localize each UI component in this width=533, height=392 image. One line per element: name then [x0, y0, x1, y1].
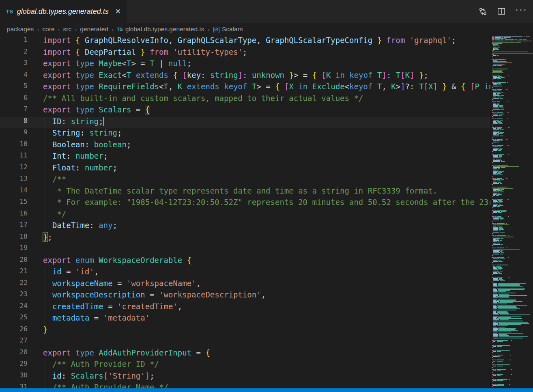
line-number: 21	[0, 267, 28, 275]
line-number: 19	[0, 244, 28, 252]
line-number: 8	[0, 117, 28, 125]
breadcrumb: packages›core›src›generated›TSglobal.db.…	[0, 23, 533, 36]
code-line[interactable]: 21 id = 'id',	[0, 267, 491, 279]
code-line[interactable]: 11 Int: number;	[0, 151, 491, 163]
code-line[interactable]: 25 metadata = 'metadata'	[0, 313, 491, 325]
code-line[interactable]: 12 Float: number;	[0, 163, 491, 175]
line-number: 27	[0, 336, 28, 344]
text-cursor	[103, 117, 104, 126]
code-line[interactable]: 15 * For example: "1985-04-12T23:20:50.5…	[0, 198, 491, 209]
line-number: 6	[0, 94, 28, 101]
code-line[interactable]: 31 /** Auth Provider Name */	[0, 383, 491, 388]
code-text: metadata = 'metadata'	[43, 313, 150, 322]
code-line[interactable]: 5export type RequireFields<T, K extends …	[0, 82, 491, 94]
code-text: id = 'id',	[43, 267, 99, 276]
code-text: /** Auth Provider ID */	[43, 360, 159, 368]
line-number: 29	[0, 360, 28, 367]
line-number: 1	[0, 36, 28, 43]
editor-actions: ···	[478, 0, 527, 23]
line-number: 2	[0, 47, 28, 55]
ts-file-icon: TS	[6, 9, 13, 15]
close-icon[interactable]: ✕	[115, 8, 121, 15]
code-line[interactable]: 8 ID: string;	[0, 117, 491, 129]
code-line[interactable]: 7export type Scalars = {	[0, 105, 491, 117]
line-number: 25	[0, 313, 28, 321]
code-line[interactable]: 24 createdTime = 'createdTime',	[0, 302, 491, 314]
code-line[interactable]: 23 workspaceDescription = 'workspaceDesc…	[0, 290, 491, 302]
line-number: 11	[0, 151, 28, 159]
breadcrumb-item-core[interactable]: core	[42, 26, 54, 33]
tab-global-db-types-generated-ts[interactable]: TS global.db.types.generated.ts ✕	[0, 0, 127, 23]
code-text: export type Maybe<T> = T | null;	[43, 59, 191, 68]
code-line[interactable]: 18};	[0, 233, 491, 244]
minimap[interactable]	[490, 36, 533, 388]
code-text: /**	[43, 174, 66, 183]
breadcrumb-item-generated[interactable]: generated	[80, 26, 108, 33]
code-line[interactable]: 10 Boolean: boolean;	[0, 140, 491, 152]
code-text: DateTime: any;	[43, 221, 117, 230]
breadcrumb-item-global-db-types-generated-ts[interactable]: TSglobal.db.types.generated.ts	[117, 26, 204, 33]
code-line[interactable]: 17 DateTime: any;	[0, 221, 491, 233]
line-number: 17	[0, 221, 28, 228]
code-line[interactable]: 4export type Exact<T extends { [key: str…	[0, 71, 491, 82]
code-text: createdTime = 'createdTime',	[43, 302, 182, 311]
line-number: 3	[0, 59, 28, 67]
breadcrumb-item-src[interactable]: src	[63, 26, 72, 33]
code-text: export type AddAuthProviderInput = {	[43, 348, 210, 357]
code-text: Int: number;	[43, 151, 108, 160]
code-text: ID: string;	[43, 117, 104, 127]
code-line[interactable]: 1import { GraphQLResolveInfo, GraphQLSca…	[0, 36, 491, 47]
code-text: */	[43, 209, 66, 218]
code-text: String: string;	[43, 128, 122, 137]
line-number: 5	[0, 82, 28, 90]
code-text: }	[43, 325, 47, 334]
code-text: import { DeepPartial } from 'utility-typ…	[43, 47, 247, 56]
tab-label: global.db.types.generated.ts	[17, 7, 109, 16]
code-line[interactable]: 28export type AddAuthProviderInput = {	[0, 348, 491, 360]
code-line[interactable]: 16 */	[0, 209, 491, 221]
code-line[interactable]: 29 /** Auth Provider ID */	[0, 360, 491, 371]
code-text: * The DateTime scalar type represents da…	[43, 186, 437, 195]
code-text: /** All built-in and custom scalars, map…	[43, 94, 363, 103]
symbol-type-icon: [⊘]	[213, 26, 219, 32]
code-editor[interactable]: 1import { GraphQLResolveInfo, GraphQLSca…	[0, 36, 491, 388]
code-text: import { GraphQLResolveInfo, GraphQLScal…	[43, 36, 456, 45]
line-number: 14	[0, 186, 28, 194]
code-line[interactable]: 6/** All built-in and custom scalars, ma…	[0, 94, 491, 106]
code-line[interactable]: 9 String: string;	[0, 128, 491, 140]
status-bar	[0, 388, 533, 392]
code-line[interactable]: 14 * The DateTime scalar type represents…	[0, 186, 491, 198]
breadcrumb-chevron-icon: ›	[207, 26, 209, 33]
code-text: * For example: "1985-04-12T23:20:50.52Z"…	[43, 198, 491, 207]
ts-file-icon: TS	[117, 27, 123, 32]
code-line[interactable]: 30 id: Scalars['String'];	[0, 371, 491, 383]
code-text: workspaceName = 'workspaceName',	[43, 279, 201, 288]
code-text: };	[43, 233, 52, 241]
code-line[interactable]: 26}	[0, 325, 491, 337]
line-number: 23	[0, 290, 28, 298]
line-number: 9	[0, 128, 28, 136]
code-line[interactable]: 19	[0, 244, 491, 256]
line-number: 20	[0, 256, 28, 263]
breadcrumb-chevron-icon: ›	[58, 26, 60, 33]
line-number: 31	[0, 383, 28, 388]
line-number: 15	[0, 198, 28, 205]
code-line[interactable]: 2import { DeepPartial } from 'utility-ty…	[0, 47, 491, 59]
split-editor-icon[interactable]	[496, 6, 506, 16]
more-actions-icon[interactable]: ···	[515, 9, 527, 13]
code-text: Boolean: boolean;	[43, 140, 131, 149]
breadcrumb-item-packages[interactable]: packages	[7, 26, 34, 33]
code-line[interactable]: 3export type Maybe<T> = T | null;	[0, 59, 491, 71]
line-number: 4	[0, 71, 28, 78]
code-line[interactable]: 13 /**	[0, 174, 491, 186]
line-number: 22	[0, 279, 28, 286]
code-text: export type Exact<T extends { [key: stri…	[43, 71, 428, 80]
code-line[interactable]: 20export enum WorkspaceOrderable {	[0, 256, 491, 267]
line-number: 13	[0, 174, 28, 182]
breadcrumb-item-scalars[interactable]: [⊘]Scalars	[213, 26, 243, 33]
line-number: 16	[0, 209, 28, 217]
code-line[interactable]: 27	[0, 336, 491, 348]
code-line[interactable]: 22 workspaceName = 'workspaceName',	[0, 279, 491, 291]
line-number: 12	[0, 163, 28, 171]
open-changes-icon[interactable]	[478, 7, 488, 16]
